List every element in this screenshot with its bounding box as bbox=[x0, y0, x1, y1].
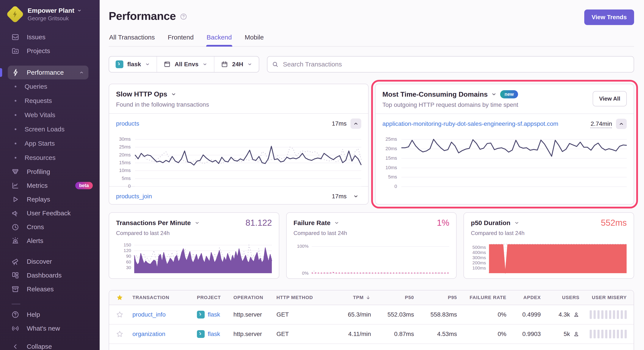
sidebar-item-app-starts[interactable]: App Starts bbox=[0, 136, 100, 151]
chevron-down-icon[interactable] bbox=[514, 220, 520, 226]
sidebar-item-label: Releases bbox=[27, 285, 54, 293]
sidebar-collapse-button[interactable]: Collapse bbox=[0, 340, 100, 350]
star-outline-icon[interactable] bbox=[116, 330, 123, 338]
collapse-row-button[interactable] bbox=[350, 119, 361, 129]
chevron-down-icon[interactable] bbox=[171, 92, 176, 97]
search-input[interactable] bbox=[267, 56, 634, 73]
expand-row-button[interactable] bbox=[350, 191, 361, 202]
y-axis-tick: 200ms bbox=[472, 260, 486, 265]
y-axis-tick: 90 bbox=[126, 253, 131, 259]
sidebar-item-what-s-new[interactable]: What's new bbox=[0, 321, 100, 335]
column-header-transaction[interactable]: TRANSACTION bbox=[132, 295, 197, 300]
column-header-apdex[interactable]: APDEX bbox=[506, 295, 541, 300]
chevron-down-icon[interactable] bbox=[491, 92, 497, 97]
sidebar-item-dashboards[interactable]: Dashboards bbox=[0, 268, 100, 282]
sidebar-item-projects[interactable]: Projects bbox=[0, 44, 100, 58]
card-subtitle: Found in the following transactions bbox=[116, 101, 361, 108]
chart-plot-area bbox=[312, 242, 450, 273]
sidebar-divider bbox=[12, 304, 20, 304]
transaction-link[interactable]: product_info bbox=[132, 311, 166, 318]
column-header-p95[interactable]: P95 bbox=[414, 295, 457, 300]
chevron-down-icon[interactable] bbox=[334, 220, 340, 226]
column-header-http_method[interactable]: HTTP METHOD bbox=[276, 295, 326, 300]
list-item: products_join 17ms bbox=[109, 186, 368, 206]
date-range-filter[interactable]: 24H bbox=[214, 57, 258, 72]
sidebar-item-screen-loads[interactable]: Screen Loads bbox=[0, 122, 100, 136]
sidebar-item-resources[interactable]: Resources bbox=[0, 151, 100, 165]
transaction-link[interactable]: organization bbox=[132, 330, 166, 337]
alerts-icon bbox=[11, 237, 20, 245]
org-switcher[interactable]: Empower Plant George Gritsouk bbox=[0, 0, 100, 25]
sidebar-item-profiling[interactable]: Profiling bbox=[0, 165, 100, 179]
sidebar-group-tertiary: DiscoverDashboardsReleases bbox=[0, 255, 100, 296]
y-axis-labels: 30ms25ms20ms15ms10ms5ms0 bbox=[116, 135, 135, 186]
metric-value: 1% bbox=[437, 218, 450, 228]
sidebar-item-discover[interactable]: Discover bbox=[0, 255, 100, 268]
column-header-project[interactable]: PROJECT bbox=[197, 295, 233, 300]
y-axis-tick: 400ms bbox=[472, 250, 486, 255]
chevron-down-icon[interactable] bbox=[194, 220, 200, 226]
sidebar-item-metrics[interactable]: Metricsbeta bbox=[0, 179, 100, 192]
column-header-user_misery[interactable]: USER MISERY bbox=[580, 295, 627, 300]
table-body: product_infoflaskhttp.serverGET65.3/min5… bbox=[109, 305, 634, 344]
help-circle-icon[interactable] bbox=[180, 13, 188, 21]
feedback-icon bbox=[11, 209, 20, 217]
page-title: Performance bbox=[109, 10, 188, 23]
sidebar-item-web-vitals[interactable]: Web Vitals bbox=[0, 108, 100, 122]
beta-badge: beta bbox=[75, 182, 93, 189]
star-filled-icon[interactable] bbox=[116, 294, 123, 301]
view-all-button[interactable]: View All bbox=[593, 91, 627, 106]
column-header-operation[interactable]: OPERATION bbox=[233, 295, 276, 300]
column-header-tpm[interactable]: TPM bbox=[326, 295, 371, 300]
project-link[interactable]: flask bbox=[208, 311, 220, 318]
list-item: products 17ms bbox=[109, 114, 368, 134]
sidebar-item-alerts[interactable]: Alerts bbox=[0, 234, 100, 248]
column-header-p50[interactable]: P50 bbox=[371, 295, 414, 300]
collapse-row-button[interactable] bbox=[616, 119, 627, 129]
project-link[interactable]: flask bbox=[208, 330, 220, 337]
transaction-link[interactable]: products_join bbox=[116, 193, 152, 200]
tab-frontend[interactable]: Frontend bbox=[167, 34, 194, 46]
tab-all-transactions[interactable]: All Transactions bbox=[109, 34, 155, 46]
tab-mobile[interactable]: Mobile bbox=[244, 34, 264, 46]
sidebar-item-performance[interactable]: Performance bbox=[8, 66, 88, 79]
cell-failure_rate: 0% bbox=[457, 330, 506, 337]
tab-backend[interactable]: Backend bbox=[206, 34, 232, 46]
tab-bar: All TransactionsFrontendBackendMobile bbox=[109, 34, 634, 47]
cell-apdex: 0.9903 bbox=[506, 330, 541, 337]
environment-filter[interactable]: All Envs bbox=[156, 57, 214, 72]
metric-value: 81.122 bbox=[246, 218, 272, 228]
sidebar: Empower Plant George Gritsouk IssuesProj… bbox=[0, 0, 100, 350]
y-axis-tick: 30ms bbox=[119, 136, 131, 142]
sidebar-item-issues[interactable]: Issues bbox=[0, 30, 100, 44]
cell-p95: 558.83ms bbox=[414, 311, 457, 318]
sidebar-item-user-feedback[interactable]: User Feedback bbox=[0, 206, 100, 220]
y-axis-tick: 0% bbox=[302, 271, 308, 276]
sidebar-item-label: App Starts bbox=[24, 140, 55, 147]
sidebar-item-replays[interactable]: Replays bbox=[0, 192, 100, 206]
sidebar-item-label: Resources bbox=[24, 154, 56, 161]
chart-plot-area bbox=[489, 242, 627, 273]
cell-star bbox=[116, 311, 132, 318]
project-filter[interactable]: flask bbox=[109, 57, 156, 72]
y-axis-tick: 25ms bbox=[386, 136, 397, 142]
sidebar-item-help[interactable]: Help bbox=[0, 308, 100, 321]
y-axis-labels: 150120906030 bbox=[116, 242, 134, 273]
column-header-users[interactable]: USERS bbox=[541, 295, 579, 300]
metric-title: Transactions Per Minute bbox=[116, 219, 191, 227]
column-header-failure_rate[interactable]: FAILURE RATE bbox=[457, 295, 506, 300]
sidebar-item-crons[interactable]: Crons bbox=[0, 220, 100, 234]
chevron-down-icon bbox=[353, 194, 359, 199]
sidebar-item-label: Dashboards bbox=[27, 272, 62, 279]
sidebar-item-requests[interactable]: Requests bbox=[0, 94, 100, 108]
y-axis-tick: 5ms bbox=[122, 176, 131, 181]
star-outline-icon[interactable] bbox=[116, 311, 123, 318]
transaction-link[interactable]: products bbox=[116, 120, 139, 127]
domain-link[interactable]: application-monitoring-ruby-dot-sales-en… bbox=[382, 120, 558, 127]
window-icon bbox=[164, 61, 171, 68]
bullet-dot bbox=[15, 143, 16, 144]
duration-value: 17ms bbox=[327, 120, 346, 127]
sidebar-item-releases[interactable]: Releases bbox=[0, 282, 100, 296]
sidebar-item-queries[interactable]: Queries bbox=[0, 79, 100, 94]
view-trends-button[interactable]: View Trends bbox=[584, 10, 634, 25]
